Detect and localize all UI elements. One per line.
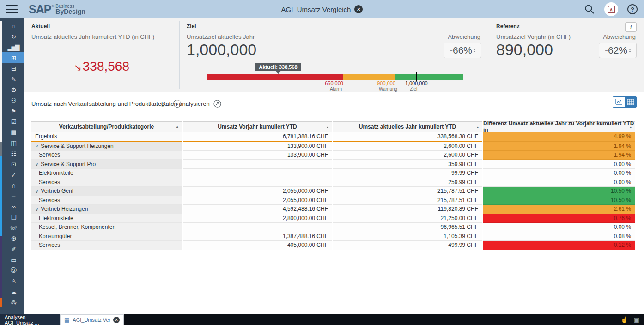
row-label-cell[interactable]: Elektronikteile (31, 214, 182, 223)
column-header-1[interactable]: Umsatz Vorjahr kumuliert YTD● (183, 121, 332, 132)
collapse-chevron-icon[interactable]: ∨ (35, 161, 38, 166)
sidebar-item-bar-chart-icon[interactable]: ▂▅▇ (2, 43, 24, 51)
vorjahr-cell: 4,592,488.16 CHF (183, 205, 332, 214)
row-label: Services (39, 197, 60, 203)
abweichung-value-box[interactable]: -62% (599, 43, 637, 58)
row-label: Elektronikteile (39, 170, 73, 176)
aktuell-cell: 359.98 CHF (333, 160, 482, 169)
row-label-cell[interactable]: Services (31, 178, 182, 187)
launchpad-icon: ⊞ (11, 55, 15, 61)
diff-cell: 2.61 % (483, 205, 635, 214)
sidebar-item-refresh-icon[interactable]: ↻ (2, 33, 24, 40)
chart-view-toggle-icon[interactable] (613, 97, 625, 107)
page-title: AGI_Umsatz Vergleich (281, 6, 351, 13)
sidebar-item-contract-pen-icon[interactable]: ✐ (2, 245, 24, 253)
settings-gears-icon: ⚙ (11, 86, 16, 93)
sales-doc-icon: Ⓢ (11, 266, 16, 275)
view-selector-dropdown[interactable]: Umsatz nach Verkaufsabteilung und Produk… (31, 100, 181, 108)
sidebar-item-phone-icon[interactable]: ☏ (2, 224, 24, 232)
column-header-0[interactable]: Verkaufsabteilung/Produktkategorie▴ (31, 121, 182, 132)
help-icon[interactable]: ? (627, 4, 638, 14)
row-label-cell[interactable]: ∨Vertrieb Heizungen (31, 205, 182, 214)
row-label-cell[interactable]: Services (31, 196, 182, 205)
user-avatar[interactable]: ∧ (604, 2, 618, 16)
sidebar-item-glasses-icon[interactable]: ∞ (2, 203, 24, 210)
sidebar-item-headset-icon[interactable]: ∩ (2, 182, 24, 189)
row-label-cell[interactable]: Services (31, 241, 182, 250)
kpi-aktuell-title: Aktuell (31, 23, 50, 30)
sidebar-item-settings-gears-icon[interactable]: ⚙ (2, 86, 24, 93)
abweichung-value-box[interactable]: -66% (444, 43, 481, 58)
collapse-chevron-icon[interactable]: ∨ (35, 143, 38, 148)
row-label-cell[interactable]: Elektronikteile (31, 169, 182, 178)
table-view-toggle-icon[interactable] (625, 97, 636, 107)
vorjahr-cell: 2,055,000.00 CHF (183, 196, 332, 205)
diff-cell: 0.12 % (483, 241, 635, 250)
row-label-cell[interactable]: ∨Service & Support Pro (31, 160, 182, 169)
sidebar-item-presentation-icon[interactable]: ▭ (2, 256, 24, 264)
sidebar-item-file-stack-icon[interactable]: ❐ (2, 214, 24, 221)
taskbar-active-tab[interactable]: ▦ AGI_Umsatz Ver... ✕ (60, 314, 124, 325)
documents-icon: ◫ (11, 140, 15, 147)
sidebar-item-sales-doc-icon[interactable]: Ⓢ (2, 267, 24, 274)
sidebar-item-recycle-icon[interactable]: ♼ (2, 235, 24, 242)
row-label-cell[interactable]: Kessel, Brenner, Komponenten (31, 223, 182, 232)
hamburger-menu-icon[interactable] (6, 5, 18, 13)
sidebar-item-launchpad-icon[interactable]: ⊞ (2, 54, 24, 61)
row-label-cell[interactable]: ∨Service & Support Heizungen (31, 142, 182, 151)
clipboard-check-icon: ✓ (11, 172, 15, 178)
close-report-icon[interactable]: ✕ (354, 5, 363, 13)
kpi-referenz-title: Referenz (496, 23, 520, 30)
sidebar-item-home-icon[interactable]: ⌂ (2, 22, 24, 30)
sidebar-item-signature-icon[interactable]: ✎ (2, 75, 24, 83)
column-header-label: Differenz Umsatz aktuelles Jahr zu Vorja… (483, 120, 635, 133)
row-label-cell[interactable]: Ergebnis (31, 132, 182, 142)
collapse-chevron-icon[interactable]: ∨ (35, 189, 38, 194)
warnung-zone (343, 74, 395, 80)
row-label: Ergebnis (35, 133, 57, 140)
column-header-2[interactable]: Umsatz aktuelles Jahr kumuliert YTD● (333, 121, 482, 132)
tab-close-icon[interactable]: ✕ (113, 317, 120, 323)
sidebar-item-documents-icon[interactable]: ◫ (2, 139, 24, 147)
vorjahr-cell: 133,900.00 CHF (183, 151, 332, 160)
sidebar-item-partners-icon[interactable]: ⁂ (2, 299, 24, 306)
sidebar-item-clipboard-icon[interactable]: ≣ (2, 192, 24, 200)
row-label-cell[interactable]: ∨Vertrieb Genf (31, 187, 182, 196)
collapse-chevron-icon[interactable]: ∨ (35, 207, 38, 212)
sidebar-item-id-card-icon[interactable]: ▤ (2, 129, 24, 136)
sidebar-item-org-chart-icon[interactable]: ⊟ (2, 65, 24, 72)
vorjahr-cell: 2,055,000.00 CHF (183, 187, 332, 196)
panel-separator (187, 61, 481, 61)
sidebar-item-clipboard-check-icon[interactable]: ✓ (2, 171, 24, 178)
row-label-cell[interactable]: Konsumgüter (31, 232, 182, 241)
search-icon[interactable] (584, 4, 595, 15)
table-row: ∨Service & Support Heizungen133,900.00 C… (31, 142, 635, 151)
aktuell-cell: 2,600.00 CHF (333, 151, 482, 160)
sap-logo-registered-mark: ® (51, 4, 54, 8)
sidebar-item-marketing-flag-icon[interactable]: ⚑ (2, 107, 24, 115)
sidebar-item-company-icon[interactable]: ⊡ (2, 160, 24, 168)
aktuell-cell: 99.99 CHF (333, 169, 482, 178)
aktuell-cell: 338,568.38 CHF (333, 132, 482, 142)
refresh-icon: ↻ (11, 33, 15, 40)
kpi-strip: Aktuell Umsatz aktuelles Jahr kumuliert … (24, 18, 644, 92)
taskbar-start-item[interactable]: Analysen - AGI_Umsatz ... (0, 314, 60, 325)
column-header-3[interactable]: Differenz Umsatz aktuelles Jahr zu Vorja… (483, 121, 635, 132)
row-label-cell[interactable]: Services (31, 151, 182, 160)
sidebar-item-person-lock-icon[interactable]: ♙ (2, 277, 24, 285)
sidebar-item-planner-icon[interactable]: ☷ (2, 150, 24, 157)
screen-share-icon[interactable]: ▣ (634, 316, 639, 323)
touch-mode-icon[interactable]: ☝ (620, 316, 628, 323)
threshold-value-warnung: 900,000 (377, 80, 395, 86)
info-button[interactable]: i (625, 22, 637, 32)
vorjahr-cell (183, 169, 332, 178)
sidebar-item-resource-icon[interactable]: ⚇ (2, 97, 24, 104)
kpi-ziel-value: 1,000,000 (187, 41, 256, 59)
sidebar-item-cloud-icon[interactable]: ☁ (2, 288, 24, 295)
analyze-data-link[interactable]: Daten analysieren (161, 100, 221, 108)
kpi-panel-aktuell: Aktuell Umsatz aktuelles Jahr kumuliert … (24, 18, 179, 92)
aktuell-cell: 259.99 CHF (333, 178, 482, 187)
file-stack-icon: ❐ (11, 214, 16, 221)
diff-cell: 0.76 % (483, 214, 635, 223)
sidebar-item-approvals-icon[interactable]: ☑ (2, 118, 24, 125)
